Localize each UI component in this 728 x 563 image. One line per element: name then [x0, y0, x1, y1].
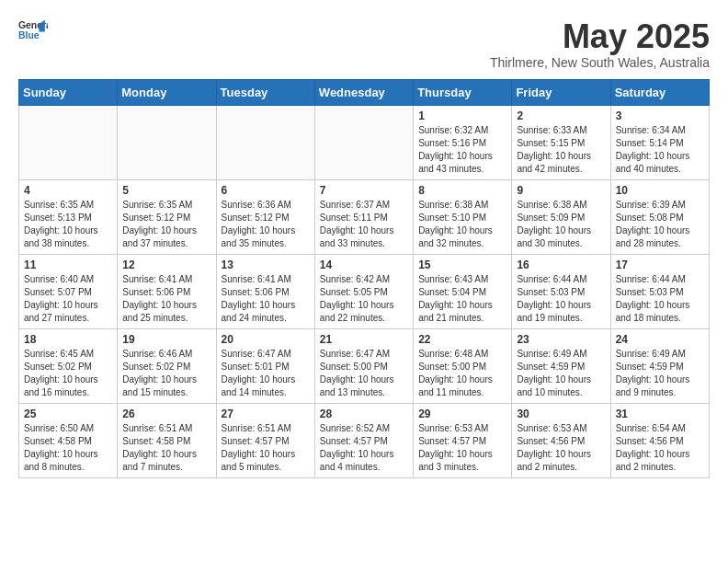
day-info: Sunrise: 6:44 AM Sunset: 5:03 PM Dayligh…	[517, 273, 605, 325]
day-number: 22	[418, 333, 506, 346]
day-info: Sunrise: 6:41 AM Sunset: 5:06 PM Dayligh…	[222, 273, 310, 325]
day-number: 18	[24, 333, 112, 346]
day-info: Sunrise: 6:46 AM Sunset: 5:02 PM Dayligh…	[122, 348, 210, 399]
calendar-day: 4Sunrise: 6:35 AM Sunset: 5:13 PM Daylig…	[19, 179, 118, 254]
calendar-day: 26Sunrise: 6:51 AM Sunset: 4:58 PM Dayli…	[118, 403, 216, 477]
day-number: 16	[517, 259, 605, 271]
day-number: 20	[222, 333, 310, 346]
calendar-day: 27Sunrise: 6:51 AM Sunset: 4:57 PM Dayli…	[216, 403, 314, 477]
col-sunday: Sunday	[19, 79, 118, 105]
calendar-day: 6Sunrise: 6:36 AM Sunset: 5:12 PM Daylig…	[216, 179, 314, 254]
calendar-day: 24Sunrise: 6:49 AM Sunset: 4:59 PM Dayli…	[610, 328, 709, 403]
day-info: Sunrise: 6:48 AM Sunset: 5:00 PM Dayligh…	[418, 348, 506, 399]
calendar-day: 9Sunrise: 6:38 AM Sunset: 5:09 PM Daylig…	[512, 179, 610, 254]
day-info: Sunrise: 6:40 AM Sunset: 5:07 PM Dayligh…	[24, 273, 112, 325]
calendar-day	[19, 105, 118, 179]
day-number: 14	[320, 259, 408, 271]
calendar-day: 8Sunrise: 6:38 AM Sunset: 5:10 PM Daylig…	[414, 179, 512, 254]
calendar-day: 22Sunrise: 6:48 AM Sunset: 5:00 PM Dayli…	[414, 328, 512, 403]
day-info: Sunrise: 6:32 AM Sunset: 5:16 PM Dayligh…	[418, 124, 506, 176]
calendar-day: 11Sunrise: 6:40 AM Sunset: 5:07 PM Dayli…	[19, 254, 118, 328]
calendar-day: 14Sunrise: 6:42 AM Sunset: 5:05 PM Dayli…	[314, 254, 413, 328]
day-info: Sunrise: 6:53 AM Sunset: 4:57 PM Dayligh…	[418, 422, 506, 474]
day-number: 7	[320, 184, 408, 197]
col-tuesday: Tuesday	[216, 79, 314, 105]
day-info: Sunrise: 6:51 AM Sunset: 4:58 PM Dayligh…	[122, 422, 210, 474]
day-number: 11	[24, 259, 112, 271]
day-info: Sunrise: 6:52 AM Sunset: 4:57 PM Dayligh…	[320, 422, 408, 474]
col-friday: Friday	[512, 79, 610, 105]
calendar-week-5: 25Sunrise: 6:50 AM Sunset: 4:58 PM Dayli…	[19, 403, 710, 477]
day-info: Sunrise: 6:51 AM Sunset: 4:57 PM Dayligh…	[222, 422, 310, 474]
month-title: May 2025	[490, 18, 710, 55]
day-info: Sunrise: 6:44 AM Sunset: 5:03 PM Dayligh…	[616, 273, 704, 325]
calendar-day: 15Sunrise: 6:43 AM Sunset: 5:04 PM Dayli…	[414, 254, 512, 328]
day-number: 10	[616, 184, 704, 197]
calendar-day	[314, 105, 413, 179]
day-number: 8	[418, 184, 506, 197]
day-number: 24	[616, 333, 704, 346]
day-info: Sunrise: 6:54 AM Sunset: 4:56 PM Dayligh…	[616, 422, 704, 474]
day-number: 2	[517, 109, 605, 122]
day-info: Sunrise: 6:35 AM Sunset: 5:12 PM Dayligh…	[122, 199, 210, 250]
calendar-day: 19Sunrise: 6:46 AM Sunset: 5:02 PM Dayli…	[118, 328, 216, 403]
day-number: 4	[24, 184, 112, 197]
calendar-day: 21Sunrise: 6:47 AM Sunset: 5:00 PM Dayli…	[314, 328, 413, 403]
calendar-day: 23Sunrise: 6:49 AM Sunset: 4:59 PM Dayli…	[512, 328, 610, 403]
day-number: 31	[616, 408, 704, 420]
col-wednesday: Wednesday	[314, 79, 413, 105]
calendar-week-3: 11Sunrise: 6:40 AM Sunset: 5:07 PM Dayli…	[19, 254, 710, 328]
calendar: Sunday Monday Tuesday Wednesday Thursday…	[18, 79, 710, 478]
day-number: 1	[418, 109, 506, 122]
day-info: Sunrise: 6:49 AM Sunset: 4:59 PM Dayligh…	[616, 348, 704, 399]
calendar-day	[216, 105, 314, 179]
calendar-day: 13Sunrise: 6:41 AM Sunset: 5:06 PM Dayli…	[216, 254, 314, 328]
day-number: 21	[320, 333, 408, 346]
subtitle: Thirlmere, New South Wales, Australia	[490, 55, 710, 70]
day-info: Sunrise: 6:49 AM Sunset: 4:59 PM Dayligh…	[517, 348, 605, 399]
calendar-day: 3Sunrise: 6:34 AM Sunset: 5:14 PM Daylig…	[610, 105, 709, 179]
calendar-day	[118, 105, 216, 179]
day-info: Sunrise: 6:53 AM Sunset: 4:56 PM Dayligh…	[517, 422, 605, 474]
calendar-day: 17Sunrise: 6:44 AM Sunset: 5:03 PM Dayli…	[610, 254, 709, 328]
day-number: 15	[418, 259, 506, 271]
day-number: 26	[122, 408, 210, 420]
day-number: 6	[222, 184, 310, 197]
header: General Blue May 2025 Thirlmere, New Sou…	[18, 18, 710, 70]
calendar-day: 2Sunrise: 6:33 AM Sunset: 5:15 PM Daylig…	[512, 105, 610, 179]
day-number: 3	[616, 109, 704, 122]
day-number: 9	[517, 184, 605, 197]
day-info: Sunrise: 6:37 AM Sunset: 5:11 PM Dayligh…	[320, 199, 408, 250]
calendar-day: 20Sunrise: 6:47 AM Sunset: 5:01 PM Dayli…	[216, 328, 314, 403]
day-number: 19	[122, 333, 210, 346]
day-info: Sunrise: 6:45 AM Sunset: 5:02 PM Dayligh…	[24, 348, 112, 399]
day-info: Sunrise: 6:41 AM Sunset: 5:06 PM Dayligh…	[122, 273, 210, 325]
day-info: Sunrise: 6:34 AM Sunset: 5:14 PM Dayligh…	[616, 124, 704, 176]
title-block: May 2025 Thirlmere, New South Wales, Aus…	[490, 18, 710, 70]
day-number: 25	[24, 408, 112, 420]
calendar-week-1: 1Sunrise: 6:32 AM Sunset: 5:16 PM Daylig…	[19, 105, 710, 179]
calendar-day: 7Sunrise: 6:37 AM Sunset: 5:11 PM Daylig…	[314, 179, 413, 254]
col-monday: Monday	[118, 79, 216, 105]
day-info: Sunrise: 6:47 AM Sunset: 5:01 PM Dayligh…	[222, 348, 310, 399]
day-number: 27	[222, 408, 310, 420]
day-number: 23	[517, 333, 605, 346]
col-saturday: Saturday	[610, 79, 709, 105]
day-info: Sunrise: 6:43 AM Sunset: 5:04 PM Dayligh…	[418, 273, 506, 325]
svg-text:Blue: Blue	[18, 30, 40, 40]
day-number: 13	[222, 259, 310, 271]
day-info: Sunrise: 6:39 AM Sunset: 5:08 PM Dayligh…	[616, 199, 704, 250]
col-thursday: Thursday	[414, 79, 512, 105]
calendar-day: 18Sunrise: 6:45 AM Sunset: 5:02 PM Dayli…	[19, 328, 118, 403]
calendar-day: 12Sunrise: 6:41 AM Sunset: 5:06 PM Dayli…	[118, 254, 216, 328]
day-info: Sunrise: 6:38 AM Sunset: 5:09 PM Dayligh…	[517, 199, 605, 250]
calendar-day: 16Sunrise: 6:44 AM Sunset: 5:03 PM Dayli…	[512, 254, 610, 328]
day-number: 5	[122, 184, 210, 197]
logo-icon: General Blue	[18, 18, 48, 44]
day-info: Sunrise: 6:47 AM Sunset: 5:00 PM Dayligh…	[320, 348, 408, 399]
logo: General Blue	[18, 18, 48, 44]
calendar-day: 5Sunrise: 6:35 AM Sunset: 5:12 PM Daylig…	[118, 179, 216, 254]
day-info: Sunrise: 6:33 AM Sunset: 5:15 PM Dayligh…	[517, 124, 605, 176]
calendar-day: 10Sunrise: 6:39 AM Sunset: 5:08 PM Dayli…	[610, 179, 709, 254]
calendar-day: 25Sunrise: 6:50 AM Sunset: 4:58 PM Dayli…	[19, 403, 118, 477]
